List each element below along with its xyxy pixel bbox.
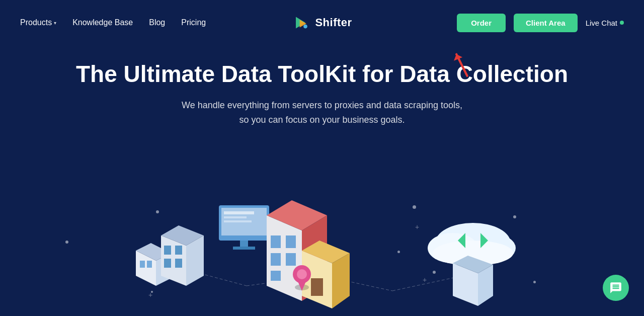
client-area-button[interactable]: Client Area [514, 14, 578, 32]
svg-point-42 [297, 269, 307, 279]
svg-rect-35 [271, 271, 281, 281]
navigation: Products ▾ Knowledge Base Blog Pricing S… [0, 0, 644, 45]
svg-rect-34 [286, 253, 296, 266]
live-chat-link[interactable]: Live Chat [586, 19, 624, 27]
nav-pricing[interactable]: Pricing [181, 18, 206, 27]
logo-text: Shifter [315, 16, 352, 29]
svg-rect-17 [164, 246, 171, 255]
chevron-down-icon: ▾ [54, 20, 56, 26]
svg-rect-23 [224, 211, 254, 214]
deco-dot [65, 241, 68, 244]
svg-rect-39 [311, 278, 323, 296]
nav-right: Order Client Area Live Chat [457, 14, 624, 32]
svg-rect-13 [147, 261, 152, 268]
hero-section: The Ultimate Data ToolKit for Data Colle… [0, 45, 644, 127]
illustration-svg [70, 190, 574, 316]
logo-icon [292, 13, 311, 32]
illustration-area: ✕ + + + + [0, 190, 644, 316]
svg-rect-26 [240, 241, 248, 247]
logo[interactable]: Shifter [292, 13, 352, 32]
nav-blog[interactable]: Blog [149, 18, 165, 27]
svg-point-2 [303, 25, 307, 29]
live-chat-indicator [620, 21, 624, 25]
order-button[interactable]: Order [457, 14, 506, 32]
arrow-annotation [450, 48, 475, 80]
svg-rect-12 [140, 261, 145, 268]
svg-rect-18 [175, 246, 182, 255]
nav-left: Products ▾ Knowledge Base Blog Pricing [20, 18, 206, 27]
chat-icon [609, 281, 622, 294]
red-arrow-icon [450, 48, 475, 78]
svg-rect-31 [271, 235, 281, 248]
hero-title: The Ultimate Data ToolKit for Data Colle… [20, 60, 624, 88]
svg-rect-24 [224, 216, 247, 218]
nav-knowledge-base[interactable]: Knowledge Base [72, 18, 133, 27]
svg-rect-33 [271, 253, 281, 266]
hero-subtitle: We handle everything from servers to pro… [20, 98, 624, 127]
svg-rect-20 [175, 259, 182, 268]
svg-line-8 [392, 276, 463, 291]
svg-rect-27 [233, 247, 255, 250]
svg-rect-25 [224, 220, 252, 222]
svg-rect-19 [164, 259, 171, 268]
svg-rect-32 [286, 235, 296, 248]
nav-products[interactable]: Products ▾ [20, 18, 56, 27]
chat-widget-button[interactable] [603, 275, 629, 301]
